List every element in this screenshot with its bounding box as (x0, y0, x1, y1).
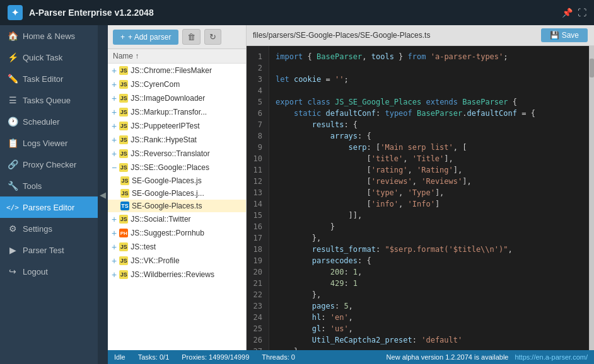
sidebar-item-quick-task[interactable]: ⚡ Quick Task (0, 47, 98, 68)
task-editor-icon: ✏️ (8, 74, 18, 84)
item-add-icon[interactable]: + (112, 256, 117, 266)
list-item[interactable]: + JS JS::Rank::HypeStat (108, 133, 246, 147)
item-add-icon[interactable]: + (112, 242, 117, 252)
parser-type-icon: JS (119, 122, 128, 130)
settings-icon: ⚙ (8, 224, 18, 234)
list-item[interactable]: + JS JS::Chrome::FilesMaker (108, 64, 246, 77)
item-add-icon[interactable]: + (112, 79, 117, 89)
sidebar-item-task-editor[interactable]: ✏️ Task Editor (0, 68, 98, 89)
list-item[interactable]: + JS JS::VK::Profile (108, 254, 246, 268)
parser-type-icon: JS (119, 215, 128, 224)
tasks-queue-icon: ☰ (8, 95, 18, 105)
sidebar-item-tools[interactable]: 🔧 Tools (0, 175, 98, 196)
item-add-icon[interactable]: + (112, 93, 117, 103)
update-link[interactable]: https://en.a-parser.com/ (515, 353, 588, 361)
list-item[interactable]: + JS JS::Markup::Transfor... (108, 105, 246, 119)
pin-icon[interactable]: 📌 (562, 8, 573, 18)
refresh-icon: ↻ (209, 32, 216, 42)
sidebar-label-proxy-checker: Proxy Checker (23, 160, 76, 169)
parser-type-icon: JS (120, 189, 129, 198)
scrollbar-thumb[interactable] (590, 59, 594, 77)
status-threads: Threads: 0 (262, 353, 295, 361)
parser-item-label: JS::Chrome::FilesMaker (131, 66, 212, 75)
list-item[interactable]: JS SE-Google-Places.j... (108, 187, 246, 200)
header: ✦ A-Parser Enterprise v1.2.2048 📌 ⛶ (0, 0, 594, 25)
sidebar-label-tasks-queue: Tasks Queue (23, 96, 71, 105)
list-item[interactable]: + JS JS::test (108, 240, 246, 254)
item-add-icon[interactable]: + (112, 121, 117, 131)
header-actions: 📌 ⛶ (562, 8, 586, 18)
parser-item-label: JS::CyrenCom (131, 80, 180, 89)
status-tasks: Tasks: 0/1 (138, 353, 170, 361)
item-add-icon[interactable]: + (112, 228, 117, 238)
item-add-icon[interactable]: + (112, 214, 117, 224)
sidebar-item-logout[interactable]: ↪ Logout (0, 261, 98, 282)
parser-type-icon: JS (119, 242, 128, 251)
list-item-group[interactable]: − JS JS::SE::Google::Places (108, 161, 246, 174)
parser-item-label: SE-Google-Places.j... (132, 189, 204, 198)
parser-item-label: SE-Google-Places.js (132, 176, 202, 185)
code-text[interactable]: import { BaseParser, tools } from 'a-par… (269, 46, 589, 350)
sidebar-item-logs-viewer[interactable]: 📋 Logs Viewer (0, 132, 98, 154)
sidebar-label-parser-test: Parser Test (23, 246, 64, 255)
list-item[interactable]: + JS JS::Social::Twitter (108, 212, 246, 226)
parser-item-label: JS::Suggest::Pornhub (131, 229, 204, 237)
parser-item-label: JS::ImageDownloader (131, 94, 205, 103)
parser-type-icon: JS (119, 94, 128, 103)
add-parser-button[interactable]: + + Add parser (113, 30, 178, 45)
save-button[interactable]: 💾 Save (541, 28, 588, 42)
editor-path-bar: files/parsers/SE-Google-Places/SE-Google… (247, 25, 594, 46)
sidebar-item-scheduler[interactable]: 🕐 Scheduler (0, 111, 98, 132)
list-item[interactable]: + JS JS::PuppeteerIPTest (108, 119, 246, 133)
sidebar-item-parsers-editor[interactable]: </> Parsers Editor (0, 196, 98, 218)
name-column-header: Name ↑ (113, 52, 139, 60)
sidebar-item-parser-test[interactable]: ▶ Parser Test (0, 239, 98, 261)
parser-type-icon: JS (119, 135, 128, 144)
add-icon: + (120, 33, 125, 42)
list-item[interactable]: + JS JS::CyrenCom (108, 77, 246, 91)
parser-item-label: JS::Social::Twitter (131, 215, 190, 224)
parser-type-icon: JS (119, 256, 128, 265)
parser-type-icon: JS (120, 176, 129, 185)
parser-type-icon: JS (119, 163, 128, 172)
sidebar-label-settings: Settings (23, 224, 52, 234)
refresh-button[interactable]: ↻ (204, 29, 221, 45)
item-add-icon[interactable]: + (112, 65, 117, 76)
sidebar-item-proxy-checker[interactable]: 🔗 Proxy Checker (0, 154, 98, 175)
delete-button[interactable]: 🗑 (182, 29, 201, 45)
list-item[interactable]: + PH JS::Suggest::Pornhub (108, 226, 246, 240)
file-path: files/parsers/SE-Google-Places/SE-Google… (253, 31, 430, 40)
status-idle: Idle (114, 353, 125, 361)
sidebar-item-home[interactable]: 🏠 Home & News (0, 25, 98, 47)
app-title: A-Parser Enterprise v1.2.2048 (29, 8, 556, 18)
parser-item-label: JS::Rank::HypeStat (131, 135, 197, 144)
sidebar-label-parsers-editor: Parsers Editor (23, 203, 74, 212)
proxy-checker-icon: 🔗 (8, 159, 18, 169)
sidebar-label-quick-task: Quick Task (23, 53, 62, 62)
editor-scrollbar[interactable] (589, 46, 594, 350)
list-item[interactable]: + JS JS::ImageDownloader (108, 91, 246, 105)
item-add-icon[interactable]: + (112, 270, 117, 280)
item-add-icon[interactable]: + (112, 149, 117, 159)
list-item[interactable]: + JS JS::Reverso::Translator (108, 147, 246, 161)
parser-type-icon: JS (119, 66, 128, 75)
list-item-active[interactable]: TS SE-Google-Places.ts (108, 200, 246, 212)
parser-type-icon: JS (119, 270, 128, 279)
list-item[interactable]: + JS JS::Wildberries::Reviews (108, 268, 246, 282)
parser-item-label: JS::Reverso::Translator (131, 149, 210, 158)
item-add-icon[interactable]: + (112, 107, 117, 117)
parser-test-icon: ▶ (8, 245, 18, 255)
item-add-icon[interactable]: − (112, 162, 117, 173)
item-add-icon[interactable]: + (112, 135, 117, 145)
sidebar-item-settings[interactable]: ⚙ Settings (0, 218, 98, 239)
home-icon: 🏠 (8, 31, 18, 41)
list-item[interactable]: JS SE-Google-Places.js (108, 174, 246, 187)
expand-icon[interactable]: ⛶ (578, 8, 586, 18)
main-layout: 🏠 Home & News ⚡ Quick Task ✏️ Task Edito… (0, 25, 594, 364)
parser-item-label: JS::PuppeteerIPTest (131, 122, 199, 130)
parser-list-header: Name ↑ (108, 49, 246, 64)
sidebar-collapse-button[interactable]: ◀ (98, 25, 108, 364)
line-numbers: 12345 678910 1112131415 1617181920 21222… (247, 46, 269, 350)
sidebar-item-tasks-queue[interactable]: ☰ Tasks Queue (0, 89, 98, 111)
parser-list-panel: + + Add parser 🗑 ↻ Name ↑ (108, 25, 247, 350)
